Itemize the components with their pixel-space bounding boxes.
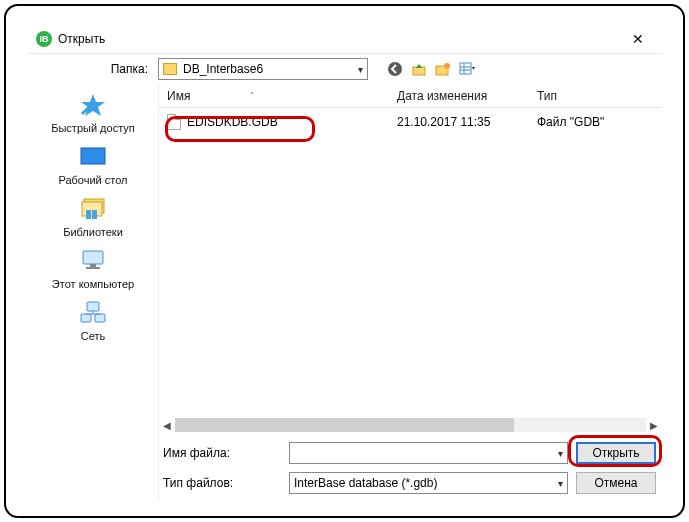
svg-rect-15 bbox=[90, 264, 96, 267]
chevron-down-icon: ▾ bbox=[358, 64, 363, 75]
svg-rect-17 bbox=[87, 302, 99, 311]
svg-rect-8 bbox=[81, 148, 105, 164]
column-headers: Имя ˄ Дата изменения Тип bbox=[159, 84, 662, 108]
titlebar: IB Открыть ✕ bbox=[28, 24, 662, 54]
svg-point-0 bbox=[388, 62, 402, 76]
svg-rect-14 bbox=[83, 251, 103, 264]
sort-indicator-icon: ˄ bbox=[250, 91, 255, 101]
chevron-down-icon[interactable]: ▾ bbox=[558, 448, 563, 459]
horizontal-scrollbar[interactable]: ◀ ▶ bbox=[159, 416, 662, 434]
up-button[interactable] bbox=[410, 60, 428, 78]
filename-input[interactable]: ▾ bbox=[289, 442, 568, 464]
scroll-left-button[interactable]: ◀ bbox=[159, 417, 175, 433]
network-icon bbox=[76, 298, 110, 328]
folder-toolbar bbox=[386, 60, 476, 78]
chevron-down-icon[interactable]: ▾ bbox=[558, 478, 563, 489]
file-date: 21.10.2017 11:35 bbox=[389, 115, 529, 129]
place-this-pc[interactable]: Этот компьютер bbox=[28, 246, 158, 290]
computer-icon bbox=[76, 246, 110, 276]
column-label: Тип bbox=[537, 89, 557, 103]
column-header-type[interactable]: Тип bbox=[529, 84, 662, 107]
svg-rect-1 bbox=[413, 67, 425, 75]
column-header-name[interactable]: Имя ˄ bbox=[159, 84, 389, 107]
open-button[interactable]: Открыть bbox=[576, 442, 656, 464]
place-label: Рабочий стол bbox=[58, 174, 127, 186]
filetype-value: InterBase database (*.gdb) bbox=[294, 476, 558, 490]
view-menu-button[interactable] bbox=[458, 60, 476, 78]
file-list[interactable]: EDISDKDB.GDB 21.10.2017 11:35 Файл "GDB" bbox=[159, 108, 662, 416]
scroll-right-button[interactable]: ▶ bbox=[646, 417, 662, 433]
folder-label: Папка: bbox=[28, 62, 158, 76]
svg-rect-19 bbox=[95, 314, 105, 322]
place-network[interactable]: Сеть bbox=[28, 298, 158, 342]
folder-row: Папка: DB_Interbase6 ▾ bbox=[28, 54, 662, 84]
button-label: Отмена bbox=[594, 476, 637, 490]
scroll-thumb[interactable] bbox=[175, 418, 514, 432]
place-quick-access[interactable]: Быстрый доступ bbox=[28, 90, 158, 134]
list-item[interactable]: EDISDKDB.GDB 21.10.2017 11:35 Файл "GDB" bbox=[165, 114, 633, 130]
app-icon: IB bbox=[36, 31, 52, 47]
filetype-combo[interactable]: InterBase database (*.gdb) ▾ bbox=[289, 472, 568, 494]
column-header-date[interactable]: Дата изменения bbox=[389, 84, 529, 107]
place-label: Библиотеки bbox=[63, 226, 123, 238]
svg-rect-16 bbox=[86, 267, 100, 269]
libraries-icon bbox=[76, 194, 110, 224]
svg-rect-4 bbox=[460, 63, 471, 74]
file-type: Файл "GDB" bbox=[529, 115, 633, 129]
new-folder-button[interactable] bbox=[434, 60, 452, 78]
place-libraries[interactable]: Библиотеки bbox=[28, 194, 158, 238]
place-label: Сеть bbox=[81, 330, 105, 342]
place-label: Быстрый доступ bbox=[51, 122, 135, 134]
column-label: Дата изменения bbox=[397, 89, 487, 103]
filename-label: Имя файла: bbox=[159, 446, 289, 460]
scroll-track[interactable] bbox=[175, 418, 646, 432]
svg-rect-12 bbox=[86, 210, 91, 219]
file-name: EDISDKDB.GDB bbox=[187, 115, 278, 129]
desktop-icon bbox=[76, 142, 110, 172]
column-label: Имя bbox=[167, 89, 190, 103]
back-button[interactable] bbox=[386, 60, 404, 78]
folder-combo[interactable]: DB_Interbase6 ▾ bbox=[158, 58, 368, 80]
file-area: Имя ˄ Дата изменения Тип EDISDKDB.GDB 21… bbox=[158, 84, 662, 500]
open-file-dialog: IB Открыть ✕ Папка: DB_Interbase6 ▾ bbox=[28, 24, 662, 500]
star-icon bbox=[76, 90, 110, 120]
place-desktop[interactable]: Рабочий стол bbox=[28, 142, 158, 186]
folder-icon bbox=[163, 63, 177, 75]
places-bar: Быстрый доступ Рабочий стол Библиотеки Э… bbox=[28, 84, 158, 500]
bottom-panel: Имя файла: ▾ Открыть Тип файлов: InterBa… bbox=[159, 434, 662, 500]
button-label: Открыть bbox=[592, 446, 639, 460]
svg-point-3 bbox=[444, 63, 450, 69]
svg-rect-13 bbox=[92, 210, 97, 219]
folder-name: DB_Interbase6 bbox=[183, 62, 358, 76]
filetype-label: Тип файлов: bbox=[159, 476, 289, 490]
close-button[interactable]: ✕ bbox=[618, 25, 658, 53]
window-title: Открыть bbox=[58, 32, 618, 46]
file-icon bbox=[167, 114, 181, 130]
cancel-button[interactable]: Отмена bbox=[576, 472, 656, 494]
place-label: Этот компьютер bbox=[52, 278, 134, 290]
svg-rect-18 bbox=[81, 314, 91, 322]
